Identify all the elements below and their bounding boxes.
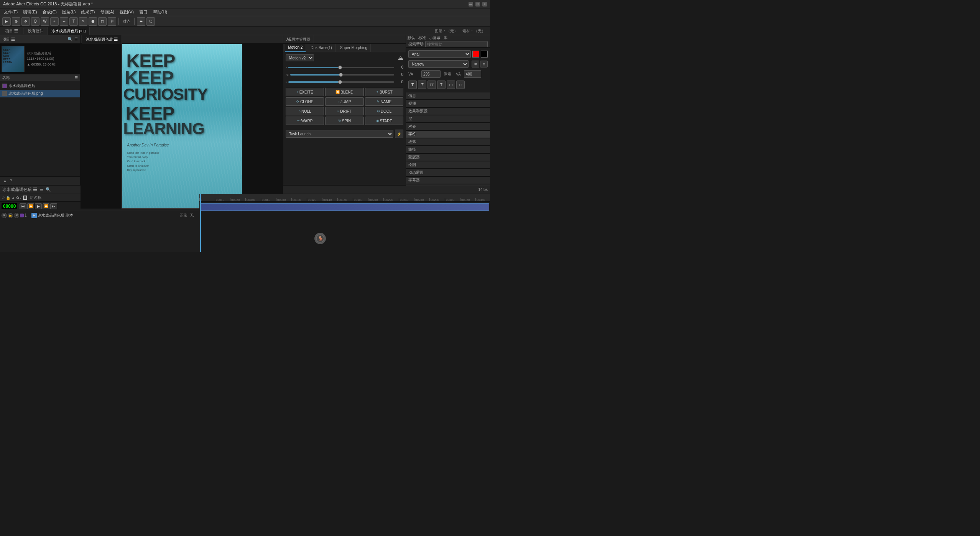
timeline-menu-icon[interactable]: ☰	[39, 187, 43, 192]
stroke-color-swatch[interactable]	[481, 51, 488, 58]
current-time-display[interactable]: 00000	[2, 203, 17, 209]
menu-layer[interactable]: 图层(L)	[60, 8, 78, 16]
tool-track-z[interactable]: ⌖	[50, 17, 59, 26]
font-size-input[interactable]	[421, 70, 441, 78]
btn-dool[interactable]: ⚙DOOL	[365, 107, 403, 115]
tool-zoom-in[interactable]: ⊕	[12, 17, 20, 26]
btn-burst[interactable]: ✦BURST	[365, 88, 403, 96]
btn-play-next[interactable]: ⏩	[43, 203, 49, 209]
menu-anim[interactable]: 动画(A)	[98, 8, 117, 16]
tool-extra2[interactable]: ⬡	[146, 17, 155, 26]
btn-spin[interactable]: ↻SPIN	[325, 117, 363, 125]
style-tt[interactable]: TT	[428, 81, 436, 89]
minimize-button[interactable]: —	[469, 2, 473, 7]
tab-comp-filename[interactable]: 冰水成晶调色后.png	[48, 27, 90, 35]
btn-excite[interactable]: +EXCITE	[286, 88, 324, 96]
slider-x-track[interactable]	[288, 67, 394, 68]
layer-eye-icon[interactable]: 👁	[2, 213, 7, 218]
timeline-search-icon[interactable]: 🔍	[46, 187, 51, 192]
btn-jump[interactable]: ↑JUMP	[325, 97, 363, 106]
tool-eraser[interactable]: ◻	[98, 17, 107, 26]
tool-brush[interactable]: ✎	[79, 17, 87, 26]
tool-extra1[interactable]: ⬌	[137, 17, 145, 26]
task-launch-select[interactable]: Task Launch	[286, 130, 393, 138]
section-mask[interactable]: 蒙版器	[406, 153, 490, 161]
style-italic[interactable]: T	[418, 81, 426, 89]
text-color-swatch[interactable]	[472, 51, 479, 58]
btn-play-last[interactable]: ⏭	[50, 203, 57, 209]
layer-lock-icon[interactable]: 🔒	[8, 213, 13, 218]
search-input[interactable]	[425, 41, 488, 47]
motion-settings-icon[interactable]: ⛰	[398, 55, 403, 61]
deer-icon[interactable]: 🦌	[314, 233, 326, 244]
playhead[interactable]	[200, 194, 201, 252]
btn-play-first[interactable]: ⏮	[20, 203, 26, 209]
section-effects[interactable]: 效果和预设	[406, 107, 490, 115]
btn-stare[interactable]: ◉STARE	[365, 117, 403, 125]
project-menu-icon[interactable]: ☰	[74, 37, 78, 42]
font-style-select[interactable]: Narrow	[408, 60, 469, 68]
slider-z-track[interactable]	[288, 81, 394, 83]
section-info[interactable]: 信息	[406, 92, 490, 100]
file-list-menu[interactable]: ☰	[75, 76, 78, 80]
style-bold[interactable]: T	[408, 81, 417, 89]
menu-edit[interactable]: 编辑(E)	[21, 8, 39, 16]
btn-warp[interactable]: 〜WARP	[286, 117, 324, 125]
menu-file[interactable]: 文件(F)	[2, 8, 20, 16]
tab-project[interactable]: 项目 ☰	[2, 27, 22, 35]
menu-help[interactable]: 帮助(H)	[151, 8, 169, 16]
btn-name[interactable]: ✎NAME	[365, 97, 403, 106]
fr-tab-default[interactable]: 默认	[408, 35, 415, 41]
close-button[interactable]: ×	[482, 2, 487, 7]
tool-clone[interactable]: ⬟	[89, 17, 97, 26]
btn-blend[interactable]: 🔀BLEND	[325, 88, 363, 96]
menu-comp[interactable]: 合成(C)	[40, 8, 59, 16]
tab-motion2[interactable]: Motion 2	[285, 44, 306, 52]
maximize-button[interactable]: □	[475, 2, 480, 7]
tool-track-xy[interactable]: W	[41, 17, 49, 26]
btn-play-prev[interactable]: ⏪	[27, 203, 34, 209]
btn-null[interactable]: ○NULL	[286, 107, 324, 115]
tab-duk-base[interactable]: Duk Base(1)	[307, 44, 335, 52]
section-draw[interactable]: 绘图	[406, 161, 490, 169]
section-para[interactable]: 段落	[406, 138, 490, 146]
fr-tab-small[interactable]: 小屏幕	[429, 35, 441, 41]
btn-drift[interactable]: ≈DRIFT	[325, 107, 363, 115]
menu-window[interactable]: 窗口	[137, 8, 150, 16]
fr-tab-standard[interactable]: 标准	[418, 35, 426, 41]
slider-y-arrow[interactable]: ›c	[286, 73, 289, 77]
tool-orbit[interactable]: Q	[31, 17, 39, 26]
tool-move[interactable]: ✥	[21, 17, 30, 26]
motion-version-select[interactable]: Motion v2	[286, 54, 314, 61]
tool-text[interactable]: T	[69, 17, 78, 26]
section-video[interactable]: 视频	[406, 100, 490, 107]
layer-bar-1[interactable]	[200, 203, 489, 211]
style-t-sup[interactable]: TT	[456, 81, 465, 89]
viewer-comp-tab[interactable]: 冰水成晶调色后 ☰	[82, 35, 122, 44]
section-char[interactable]: 字符	[406, 130, 490, 138]
tool-select[interactable]: ▶	[2, 17, 11, 26]
file-item-comp[interactable]: 冰水成晶调色后	[0, 82, 80, 90]
tool-puppet[interactable]: ⚐	[108, 17, 116, 26]
btn-play[interactable]: ▶	[35, 203, 42, 209]
style-t-upper[interactable]: T	[437, 81, 446, 89]
section-motion-round[interactable]: 动态蒙圆	[406, 169, 490, 176]
font-family-select[interactable]: Arial	[408, 50, 471, 58]
style-preset-btn1[interactable]: ⊞	[472, 61, 479, 67]
section-caption[interactable]: 字幕器	[406, 176, 490, 184]
slider-x-arrow[interactable]: ›	[286, 66, 287, 69]
project-search-icon[interactable]: 🔍	[67, 37, 73, 42]
file-item-png[interactable]: 冰水成晶调色后.png	[0, 90, 80, 97]
section-path[interactable]: 路径	[406, 146, 490, 153]
tool-pen[interactable]: ✒	[60, 17, 68, 26]
menu-effects[interactable]: 效果(T)	[79, 8, 97, 16]
style-t-sub[interactable]: TT	[447, 81, 455, 89]
layer-solo-icon[interactable]: ☀	[14, 213, 19, 218]
tab-super-morphing[interactable]: Super Morphing	[337, 44, 371, 52]
timeline-ruler[interactable]: 0 00010 00020 00040 00060 00080 00100 00…	[199, 194, 490, 202]
menu-view[interactable]: 视图(V)	[117, 8, 136, 16]
section-layer[interactable]: 层	[406, 115, 490, 123]
tab-ae-manager[interactable]: AE脚本管理器	[283, 35, 314, 44]
task-launch-btn[interactable]: ⚡	[395, 130, 403, 138]
fr-tab-library[interactable]: 库	[444, 35, 447, 41]
